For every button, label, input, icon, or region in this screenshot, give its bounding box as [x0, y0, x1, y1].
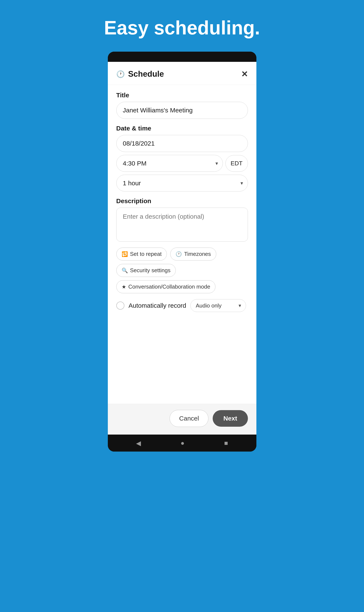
modal-body: Title Date & time 4:30 PM ▾ EDT [108, 85, 256, 319]
page-header: Easy scheduling. [0, 0, 364, 52]
cancel-button[interactable]: Cancel [169, 410, 208, 427]
phone-nav-bar: ◀ ● ■ [108, 434, 256, 452]
options-row: 🔁 Set to repeat 🕐 Timezones 🔍 Security s… [116, 248, 248, 293]
record-row: Automatically record Audio only Video an… [116, 299, 248, 312]
timezone-badge: EDT [225, 155, 248, 172]
modal-footer: Cancel Next [108, 404, 256, 434]
recents-nav-icon[interactable]: ■ [224, 439, 228, 447]
timezones-label: Timezones [184, 251, 211, 257]
modal-header: 🕐 Schedule ✕ [108, 62, 256, 85]
status-bar [108, 52, 256, 62]
time-select[interactable]: 4:30 PM [117, 155, 223, 171]
timezones-icon: 🕐 [176, 251, 182, 257]
modal-header-left: 🕐 Schedule [116, 70, 164, 79]
datetime-field-group: Date & time 4:30 PM ▾ EDT 1 hour 30 minu… [116, 125, 248, 192]
schedule-clock-icon: 🕐 [116, 70, 125, 78]
description-input[interactable] [116, 208, 248, 242]
star-icon: ★ [122, 284, 126, 290]
next-button[interactable]: Next [213, 410, 248, 427]
collab-mode-label: Conversation/Collaboration mode [129, 283, 210, 290]
title-input[interactable] [116, 102, 248, 119]
repeat-icon: 🔁 [122, 251, 128, 257]
title-field-group: Title [116, 92, 248, 119]
auto-record-radio[interactable] [116, 302, 124, 310]
schedule-modal: 🕐 Schedule ✕ Title Date & time 4:30 PM [108, 62, 256, 434]
date-input[interactable] [116, 135, 248, 152]
home-nav-icon[interactable]: ● [181, 439, 184, 447]
datetime-label: Date & time [116, 125, 248, 132]
phone-frame: 🕐 Schedule ✕ Title Date & time 4:30 PM [108, 52, 256, 452]
collab-mode-button[interactable]: ★ Conversation/Collaboration mode [116, 280, 216, 293]
set-to-repeat-label: Set to repeat [130, 251, 162, 257]
duration-select[interactable]: 1 hour 30 minutes 2 hours [117, 175, 248, 191]
auto-record-label: Automatically record [129, 302, 186, 309]
description-label: Description [116, 197, 248, 205]
audio-only-select[interactable]: Audio only Video and audio [191, 299, 246, 312]
description-field-group: Description [116, 197, 248, 242]
security-settings-button[interactable]: 🔍 Security settings [116, 264, 176, 277]
timezones-button[interactable]: 🕐 Timezones [170, 248, 216, 261]
title-label: Title [116, 92, 248, 99]
close-button[interactable]: ✕ [241, 70, 248, 78]
modal-spacer [108, 319, 256, 404]
time-row: 4:30 PM ▾ EDT [116, 155, 248, 172]
modal-title: Schedule [128, 70, 164, 79]
page-title: Easy scheduling. [104, 17, 260, 39]
security-icon: 🔍 [122, 267, 128, 274]
duration-select-wrapper: 1 hour 30 minutes 2 hours ▾ [116, 175, 248, 192]
time-select-wrapper: 4:30 PM ▾ [116, 155, 223, 172]
set-to-repeat-button[interactable]: 🔁 Set to repeat [116, 248, 167, 261]
security-settings-label: Security settings [130, 267, 171, 274]
audio-select-wrapper: Audio only Video and audio ▾ [190, 299, 246, 312]
back-nav-icon[interactable]: ◀ [136, 439, 141, 447]
